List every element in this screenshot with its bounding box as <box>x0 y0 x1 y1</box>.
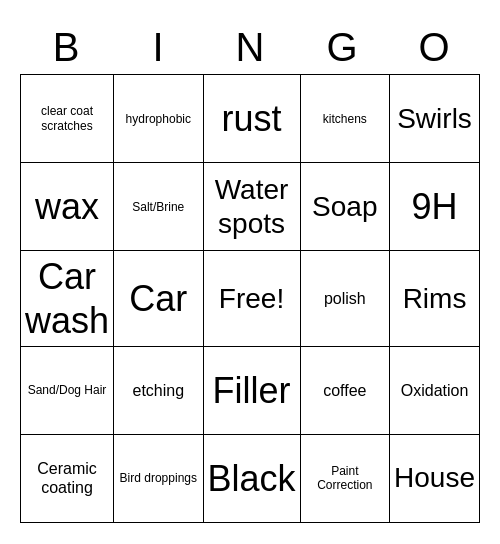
bingo-cell: Car wash <box>21 251 114 346</box>
cell-text: Car <box>129 277 187 320</box>
bingo-cell: Paint Correction <box>301 435 391 523</box>
bingo-cell: polish <box>301 251 391 346</box>
bingo-cell: Oxidation <box>390 347 480 435</box>
bingo-card: BINGO clear coat scratcheshydrophobicrus… <box>20 21 480 522</box>
bingo-cell: Soap <box>301 163 391 251</box>
cell-text: Swirls <box>397 102 472 136</box>
bingo-cell: 9H <box>390 163 480 251</box>
cell-text: kitchens <box>323 112 367 126</box>
bingo-cell: Filler <box>204 347 301 435</box>
bingo-cell: Ceramic coating <box>21 435 114 523</box>
cell-text: Black <box>208 457 296 500</box>
header-letter: I <box>112 21 204 74</box>
bingo-cell: rust <box>204 75 301 163</box>
cell-text: Filler <box>213 369 291 412</box>
bingo-cell: hydrophobic <box>114 75 203 163</box>
bingo-cell: kitchens <box>301 75 391 163</box>
bingo-cell: clear coat scratches <box>21 75 114 163</box>
header-letter: G <box>296 21 388 74</box>
bingo-cell: Free! <box>204 251 301 346</box>
header-letter: N <box>204 21 296 74</box>
bingo-cell: etching <box>114 347 203 435</box>
cell-text: polish <box>324 289 366 308</box>
cell-text: hydrophobic <box>126 112 191 126</box>
cell-text: 9H <box>412 185 458 228</box>
bingo-cell: Salt/Brine <box>114 163 203 251</box>
cell-text: coffee <box>323 381 366 400</box>
bingo-cell: Water spots <box>204 163 301 251</box>
cell-text: wax <box>35 185 99 228</box>
cell-text: Soap <box>312 190 377 224</box>
bingo-cell: Bird droppings <box>114 435 203 523</box>
cell-text: Sand/Dog Hair <box>28 383 107 397</box>
bingo-cell: Rims <box>390 251 480 346</box>
bingo-cell: Black <box>204 435 301 523</box>
cell-text: Free! <box>219 282 284 316</box>
cell-text: clear coat scratches <box>25 104 109 133</box>
cell-text: Water spots <box>208 173 296 240</box>
cell-text: Ceramic coating <box>25 459 109 497</box>
bingo-cell: Sand/Dog Hair <box>21 347 114 435</box>
bingo-grid: clear coat scratcheshydrophobicrustkitch… <box>20 74 480 522</box>
bingo-cell: wax <box>21 163 114 251</box>
header-letter: O <box>388 21 480 74</box>
bingo-cell: Car <box>114 251 203 346</box>
bingo-header: BINGO <box>20 21 480 74</box>
bingo-cell: House <box>390 435 480 523</box>
header-letter: B <box>20 21 112 74</box>
bingo-cell: Swirls <box>390 75 480 163</box>
cell-text: Bird droppings <box>120 471 197 485</box>
cell-text: Salt/Brine <box>132 200 184 214</box>
bingo-cell: coffee <box>301 347 391 435</box>
cell-text: Car wash <box>25 255 109 341</box>
cell-text: Oxidation <box>401 381 469 400</box>
cell-text: House <box>394 461 475 495</box>
cell-text: Paint Correction <box>305 464 386 493</box>
cell-text: etching <box>132 381 184 400</box>
cell-text: Rims <box>403 282 467 316</box>
cell-text: rust <box>222 97 282 140</box>
